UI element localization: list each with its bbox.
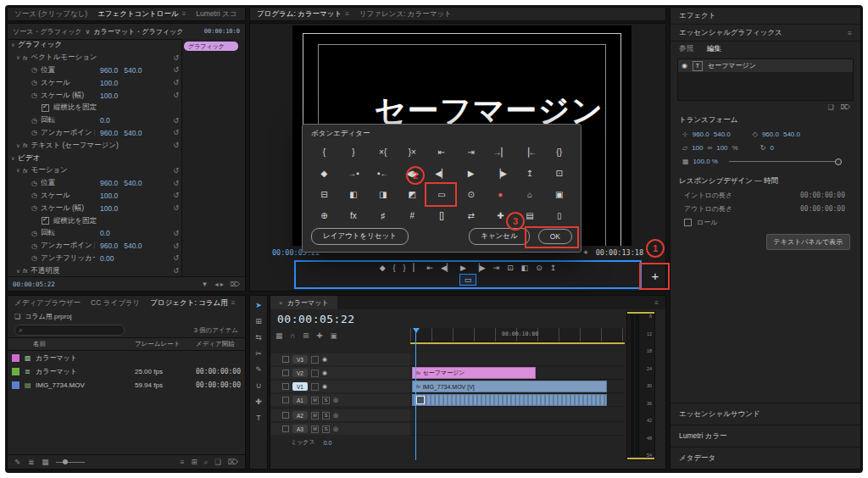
- reset-icon[interactable]: ↺: [173, 254, 179, 262]
- button-editor-icon[interactable]: fx: [339, 205, 369, 226]
- sequence-tab[interactable]: × カラーマット: [270, 296, 337, 309]
- effect-property-row[interactable]: ∨ ◷ fx スケール (幅) 100.0 ↺: [8, 89, 181, 102]
- selection-tool[interactable]: ➤: [255, 301, 262, 309]
- transport-button[interactable]: ⇤: [427, 264, 434, 272]
- lumetri-color-header[interactable]: Lumetri カラー: [670, 425, 860, 447]
- project-file-name[interactable]: コラム用.prproj: [25, 312, 71, 321]
- effect-property-row[interactable]: ∨ ◷ fx スケール 100.0 ↺: [8, 190, 181, 203]
- project-item-row[interactable]: ▩ カラーマット: [8, 351, 245, 364]
- column-name[interactable]: 名前: [8, 340, 135, 348]
- button-editor-icon[interactable]: #: [398, 205, 427, 226]
- lock-icon[interactable]: [282, 370, 289, 376]
- timeline-toolbar-icon[interactable]: ∩: [290, 331, 295, 340]
- find-icon[interactable]: ⌕: [204, 458, 209, 467]
- search-box[interactable]: ⌕: [14, 325, 125, 336]
- opacity-slider[interactable]: [729, 161, 842, 162]
- reset-layout-button[interactable]: レイアウトをリセット: [311, 228, 409, 245]
- button-editor-icon[interactable]: ⊟: [309, 184, 339, 205]
- button-editor-icon[interactable]: }×: [398, 142, 427, 163]
- stopwatch-icon[interactable]: ◷: [31, 180, 41, 187]
- checkbox-checked-icon[interactable]: [42, 104, 49, 112]
- button-editor-icon[interactable]: ⇤: [427, 142, 457, 163]
- clip-video[interactable]: fx IMG_7734.MOV [V]: [412, 381, 607, 392]
- reset-icon[interactable]: ↺: [173, 117, 179, 125]
- tab-media-browser[interactable]: メディアブラウザー: [14, 298, 81, 308]
- audio-effect-badge[interactable]: [416, 396, 425, 404]
- column-framerate[interactable]: フレームレート: [135, 340, 196, 348]
- effect-property-row[interactable]: ∨ ◷ fx 位置 960.0 540.0 ↺: [8, 177, 181, 190]
- scale-y[interactable]: 100: [716, 144, 727, 152]
- rotation-value[interactable]: 0: [770, 144, 773, 152]
- reset-icon[interactable]: ↺: [173, 66, 179, 74]
- reset-icon[interactable]: ↺: [173, 129, 179, 136]
- solo-button[interactable]: S: [322, 412, 330, 420]
- track-header-a1[interactable]: A1 M S ◎: [270, 394, 410, 406]
- tab-edit[interactable]: 編集: [707, 44, 721, 54]
- timeline-toolbar-icon[interactable]: ▦: [275, 331, 282, 340]
- effect-property-row[interactable]: ∨ ◷ fx 回転 0.0 ↺: [8, 227, 181, 240]
- checkbox-checked-icon[interactable]: [42, 217, 49, 225]
- button-editor-icon[interactable]: ▕←: [515, 142, 545, 163]
- delete-icon[interactable]: ⌦: [231, 281, 240, 288]
- label-color-swatch[interactable]: [12, 381, 19, 389]
- transport-button[interactable]: ⇥: [493, 264, 500, 272]
- track-badge[interactable]: A3: [292, 425, 308, 433]
- opacity-value[interactable]: 100.0 %: [693, 158, 718, 165]
- graphic-clip-bar[interactable]: グラフィック: [184, 42, 238, 51]
- transform-section-header[interactable]: トランスフォーム: [670, 114, 860, 127]
- search-input[interactable]: [25, 326, 120, 334]
- chevron-down-icon[interactable]: ∨: [16, 268, 23, 275]
- track-select-tool[interactable]: ⊞: [255, 317, 262, 325]
- stopwatch-icon[interactable]: ◷: [31, 204, 41, 212]
- item-name[interactable]: IMG_7734.MOV: [36, 381, 135, 389]
- button-editor-icon[interactable]: →▪: [339, 163, 369, 184]
- track-badge[interactable]: V3: [292, 355, 308, 364]
- project-item-row[interactable]: ≣ カラーマット 25.00 fps 00:00:00:00: [8, 364, 245, 378]
- track-header-a3[interactable]: A3 M S ◎: [270, 423, 410, 435]
- transport-button[interactable]: ↥: [550, 264, 557, 272]
- property-value[interactable]: 100.0: [100, 92, 118, 100]
- track-header-a2[interactable]: A2 M S ◎: [270, 409, 410, 421]
- voiceover-mic-icon[interactable]: ◎: [333, 412, 338, 419]
- reset-icon[interactable]: ↺: [173, 242, 179, 250]
- property-value[interactable]: 0.00: [100, 254, 114, 263]
- panel-menu-icon[interactable]: ≡: [654, 299, 665, 307]
- button-editor-icon[interactable]: ♯: [368, 205, 398, 226]
- intro-value[interactable]: 00:00:00:00: [800, 192, 845, 199]
- button-editor-icon[interactable]: ●: [486, 184, 515, 205]
- reset-icon[interactable]: ↺: [173, 92, 179, 99]
- label-color-swatch[interactable]: [12, 354, 19, 362]
- stopwatch-icon[interactable]: ◷: [31, 129, 41, 136]
- transport-button[interactable]: ◆: [380, 264, 386, 272]
- mix-track-row[interactable]: ミックス 0.0: [270, 436, 410, 448]
- automate-icon[interactable]: ⊞: [191, 458, 197, 467]
- tab-browse[interactable]: 参照: [679, 44, 693, 54]
- effect-property-row[interactable]: ∨ ◷ fx ベクトルモーション ↺: [8, 52, 181, 64]
- transport-button[interactable]: {: [393, 264, 396, 272]
- property-value[interactable]: 960.0: [100, 179, 118, 187]
- audio-meter[interactable]: 61218243036424854: [626, 311, 655, 460]
- track-header-v2[interactable]: V2 ◉: [270, 367, 410, 379]
- property-value[interactable]: 0.0: [100, 116, 110, 125]
- panel-menu-icon[interactable]: ≡: [231, 299, 236, 307]
- type-tool[interactable]: T: [256, 414, 261, 422]
- stopwatch-icon[interactable]: ◷: [31, 230, 41, 237]
- mute-button[interactable]: M: [311, 412, 319, 420]
- button-editor-icon[interactable]: ⊡: [544, 163, 574, 184]
- label-color-swatch[interactable]: [12, 368, 19, 375]
- sync-lock-icon[interactable]: [311, 370, 319, 377]
- button-editor-icon[interactable]: ⇥: [456, 142, 486, 163]
- anchor-x[interactable]: 960.0: [762, 131, 779, 138]
- solo-button[interactable]: S: [322, 425, 330, 433]
- button-editor-icon[interactable]: ◧: [339, 184, 369, 205]
- property-value[interactable]: 540.0: [124, 242, 142, 250]
- timeline-toolbar-icon[interactable]: ⊞: [303, 331, 309, 340]
- property-value[interactable]: 100.0: [100, 192, 118, 200]
- track-lane[interactable]: [410, 353, 625, 366]
- transport-button[interactable]: ▶: [460, 264, 466, 272]
- button-editor-icon[interactable]: {: [309, 142, 339, 163]
- effect-property-row[interactable]: ∨ ◷ fx テキスト (セーフマージン) ↺: [8, 139, 181, 152]
- ripple-edit-tool[interactable]: ⇆: [255, 333, 262, 342]
- tab-effect-controls[interactable]: エフェクトコントロール≡: [97, 9, 186, 19]
- lock-icon[interactable]: [282, 425, 289, 432]
